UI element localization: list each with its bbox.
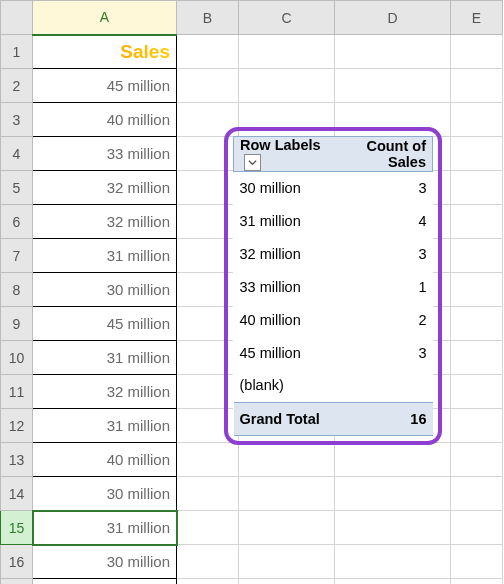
- col-header-C[interactable]: C: [239, 1, 335, 35]
- cell-E14[interactable]: [451, 477, 503, 511]
- pivot-grand-total-value: 16: [335, 402, 432, 435]
- cell-D14[interactable]: [335, 477, 451, 511]
- cell-value: 30 million: [33, 477, 176, 510]
- cell-E9[interactable]: [451, 307, 503, 341]
- row-header-7[interactable]: 7: [1, 239, 33, 273]
- cell-E3[interactable]: [451, 103, 503, 137]
- pivot-row[interactable]: 30 million3: [234, 171, 433, 204]
- row-header-15[interactable]: 15: [1, 511, 33, 545]
- col-header-B[interactable]: B: [177, 1, 239, 35]
- cell-B1[interactable]: [177, 35, 239, 69]
- pivot-row[interactable]: 45 million3: [234, 336, 433, 369]
- row-header-1[interactable]: 1: [1, 35, 33, 69]
- grid-row: 1630 million: [1, 545, 503, 579]
- cell-A16[interactable]: 30 million: [33, 545, 177, 579]
- sales-header-text: Sales: [33, 36, 176, 69]
- row-header-5[interactable]: 5: [1, 171, 33, 205]
- cell-value: 31 million: [33, 409, 176, 442]
- row-header-14[interactable]: 14: [1, 477, 33, 511]
- cell-E16[interactable]: [451, 545, 503, 579]
- pivot-row-label: 33 million: [234, 270, 336, 303]
- cell-E7[interactable]: [451, 239, 503, 273]
- cell-E10[interactable]: [451, 341, 503, 375]
- cell-E11[interactable]: [451, 375, 503, 409]
- row-header-12[interactable]: 12: [1, 409, 33, 443]
- cell-A7[interactable]: 31 million: [33, 239, 177, 273]
- cell-D2[interactable]: [335, 69, 451, 103]
- cell-A13[interactable]: 40 million: [33, 443, 177, 477]
- cell-E4[interactable]: [451, 137, 503, 171]
- cell-A12[interactable]: 31 million: [33, 409, 177, 443]
- pivot-row[interactable]: 31 million4: [234, 204, 433, 237]
- cell-E8[interactable]: [451, 273, 503, 307]
- row-header-13[interactable]: 13: [1, 443, 33, 477]
- pivot-row[interactable]: (blank): [234, 369, 433, 402]
- cell-C2[interactable]: [239, 69, 335, 103]
- row-header-8[interactable]: 8: [1, 273, 33, 307]
- cell-E17[interactable]: [451, 579, 503, 585]
- cell-D15[interactable]: [335, 511, 451, 545]
- row-header-3[interactable]: 3: [1, 103, 33, 137]
- cell-A5[interactable]: 32 million: [33, 171, 177, 205]
- cell-E15[interactable]: [451, 511, 503, 545]
- cell-E6[interactable]: [451, 205, 503, 239]
- cell-A15[interactable]: 31 million: [33, 511, 177, 545]
- row-header-11[interactable]: 11: [1, 375, 33, 409]
- cell-B17[interactable]: [177, 579, 239, 585]
- cell-B2[interactable]: [177, 69, 239, 103]
- cell-A4[interactable]: 33 million: [33, 137, 177, 171]
- cell-value: 30 million: [33, 545, 176, 578]
- cell-E2[interactable]: [451, 69, 503, 103]
- pivot-filter-button[interactable]: [244, 154, 261, 171]
- cell-C15[interactable]: [239, 511, 335, 545]
- cell-E13[interactable]: [451, 443, 503, 477]
- pivot-rowlabels-text: Row Labels: [240, 137, 321, 153]
- cell-C13[interactable]: [239, 443, 335, 477]
- cell-C16[interactable]: [239, 545, 335, 579]
- col-header-D[interactable]: D: [335, 1, 451, 35]
- row-header-17[interactable]: 17: [1, 579, 33, 585]
- row-header-4[interactable]: 4: [1, 137, 33, 171]
- row-header-6[interactable]: 6: [1, 205, 33, 239]
- cell-E5[interactable]: [451, 171, 503, 205]
- cell-B13[interactable]: [177, 443, 239, 477]
- cell-A2[interactable]: 45 million: [33, 69, 177, 103]
- row-header-2[interactable]: 2: [1, 69, 33, 103]
- cell-D16[interactable]: [335, 545, 451, 579]
- pivot-rowlabels-header[interactable]: Row Labels: [234, 137, 336, 172]
- cell-A1[interactable]: Sales: [33, 35, 177, 69]
- col-header-E[interactable]: E: [451, 1, 503, 35]
- grid-row: 245 million: [1, 69, 503, 103]
- corner-cell[interactable]: [1, 1, 33, 35]
- col-header-A[interactable]: A: [33, 1, 177, 35]
- cell-B15[interactable]: [177, 511, 239, 545]
- grid-row: 1745 million: [1, 579, 503, 585]
- cell-D17[interactable]: [335, 579, 451, 585]
- cell-A3[interactable]: 40 million: [33, 103, 177, 137]
- cell-B16[interactable]: [177, 545, 239, 579]
- cell-D13[interactable]: [335, 443, 451, 477]
- cell-A8[interactable]: 30 million: [33, 273, 177, 307]
- cell-E1[interactable]: [451, 35, 503, 69]
- pivot-row[interactable]: 40 million2: [234, 303, 433, 336]
- pivot-row[interactable]: 33 million1: [234, 270, 433, 303]
- pivot-row[interactable]: 32 million3: [234, 237, 433, 270]
- cell-A11[interactable]: 32 million: [33, 375, 177, 409]
- cell-C1[interactable]: [239, 35, 335, 69]
- row-header-10[interactable]: 10: [1, 341, 33, 375]
- cell-B14[interactable]: [177, 477, 239, 511]
- cell-D1[interactable]: [335, 35, 451, 69]
- cell-E12[interactable]: [451, 409, 503, 443]
- row-header-9[interactable]: 9: [1, 307, 33, 341]
- cell-C17[interactable]: [239, 579, 335, 585]
- cell-A17[interactable]: 45 million: [33, 579, 177, 585]
- pivot-table-highlight: Row Labels Count of Sales 30 million331 …: [224, 127, 442, 445]
- cell-A9[interactable]: 45 million: [33, 307, 177, 341]
- pivot-grand-total-label: Grand Total: [234, 402, 336, 435]
- cell-A6[interactable]: 32 million: [33, 205, 177, 239]
- cell-C14[interactable]: [239, 477, 335, 511]
- cell-A14[interactable]: 30 million: [33, 477, 177, 511]
- cell-A10[interactable]: 31 million: [33, 341, 177, 375]
- row-header-16[interactable]: 16: [1, 545, 33, 579]
- pivot-table[interactable]: Row Labels Count of Sales 30 million331 …: [233, 136, 433, 436]
